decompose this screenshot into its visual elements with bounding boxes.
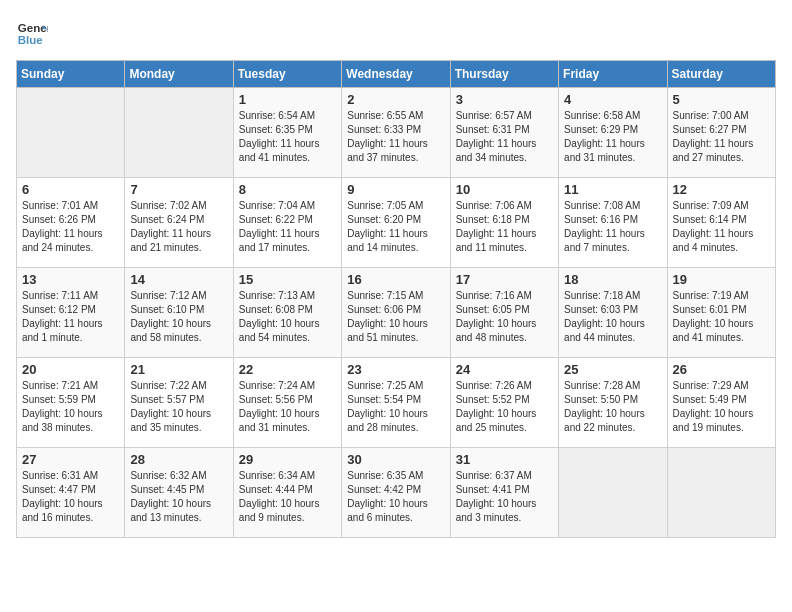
day-info: Sunrise: 7:15 AM Sunset: 6:06 PM Dayligh… [347, 289, 444, 345]
calendar-week-row: 1Sunrise: 6:54 AM Sunset: 6:35 PM Daylig… [17, 88, 776, 178]
day-number: 16 [347, 272, 444, 287]
calendar-cell [17, 88, 125, 178]
day-number: 5 [673, 92, 770, 107]
calendar-cell: 16Sunrise: 7:15 AM Sunset: 6:06 PM Dayli… [342, 268, 450, 358]
day-number: 10 [456, 182, 553, 197]
day-info: Sunrise: 7:21 AM Sunset: 5:59 PM Dayligh… [22, 379, 119, 435]
calendar-cell: 18Sunrise: 7:18 AM Sunset: 6:03 PM Dayli… [559, 268, 667, 358]
calendar-cell [559, 448, 667, 538]
day-number: 28 [130, 452, 227, 467]
day-info: Sunrise: 6:58 AM Sunset: 6:29 PM Dayligh… [564, 109, 661, 165]
day-info: Sunrise: 7:22 AM Sunset: 5:57 PM Dayligh… [130, 379, 227, 435]
day-info: Sunrise: 7:02 AM Sunset: 6:24 PM Dayligh… [130, 199, 227, 255]
calendar-cell: 25Sunrise: 7:28 AM Sunset: 5:50 PM Dayli… [559, 358, 667, 448]
day-number: 18 [564, 272, 661, 287]
day-number: 2 [347, 92, 444, 107]
calendar-cell: 20Sunrise: 7:21 AM Sunset: 5:59 PM Dayli… [17, 358, 125, 448]
day-number: 17 [456, 272, 553, 287]
weekday-header: Tuesday [233, 61, 341, 88]
day-number: 24 [456, 362, 553, 377]
day-info: Sunrise: 7:08 AM Sunset: 6:16 PM Dayligh… [564, 199, 661, 255]
day-info: Sunrise: 7:00 AM Sunset: 6:27 PM Dayligh… [673, 109, 770, 165]
calendar-cell: 22Sunrise: 7:24 AM Sunset: 5:56 PM Dayli… [233, 358, 341, 448]
calendar-cell [667, 448, 775, 538]
calendar-cell: 23Sunrise: 7:25 AM Sunset: 5:54 PM Dayli… [342, 358, 450, 448]
day-info: Sunrise: 7:25 AM Sunset: 5:54 PM Dayligh… [347, 379, 444, 435]
calendar-week-row: 6Sunrise: 7:01 AM Sunset: 6:26 PM Daylig… [17, 178, 776, 268]
calendar-week-row: 27Sunrise: 6:31 AM Sunset: 4:47 PM Dayli… [17, 448, 776, 538]
day-number: 11 [564, 182, 661, 197]
calendar-cell: 9Sunrise: 7:05 AM Sunset: 6:20 PM Daylig… [342, 178, 450, 268]
weekday-header: Saturday [667, 61, 775, 88]
day-info: Sunrise: 7:16 AM Sunset: 6:05 PM Dayligh… [456, 289, 553, 345]
day-info: Sunrise: 6:34 AM Sunset: 4:44 PM Dayligh… [239, 469, 336, 525]
weekday-header: Friday [559, 61, 667, 88]
day-number: 30 [347, 452, 444, 467]
day-info: Sunrise: 7:01 AM Sunset: 6:26 PM Dayligh… [22, 199, 119, 255]
calendar-cell: 15Sunrise: 7:13 AM Sunset: 6:08 PM Dayli… [233, 268, 341, 358]
weekday-header: Thursday [450, 61, 558, 88]
day-info: Sunrise: 6:37 AM Sunset: 4:41 PM Dayligh… [456, 469, 553, 525]
day-number: 12 [673, 182, 770, 197]
day-number: 23 [347, 362, 444, 377]
calendar-cell: 29Sunrise: 6:34 AM Sunset: 4:44 PM Dayli… [233, 448, 341, 538]
logo-icon: General Blue [16, 16, 48, 48]
day-info: Sunrise: 7:09 AM Sunset: 6:14 PM Dayligh… [673, 199, 770, 255]
calendar-cell: 5Sunrise: 7:00 AM Sunset: 6:27 PM Daylig… [667, 88, 775, 178]
day-number: 8 [239, 182, 336, 197]
day-info: Sunrise: 7:19 AM Sunset: 6:01 PM Dayligh… [673, 289, 770, 345]
calendar-cell: 17Sunrise: 7:16 AM Sunset: 6:05 PM Dayli… [450, 268, 558, 358]
calendar-cell: 19Sunrise: 7:19 AM Sunset: 6:01 PM Dayli… [667, 268, 775, 358]
day-info: Sunrise: 7:11 AM Sunset: 6:12 PM Dayligh… [22, 289, 119, 345]
day-number: 26 [673, 362, 770, 377]
day-info: Sunrise: 6:35 AM Sunset: 4:42 PM Dayligh… [347, 469, 444, 525]
day-number: 9 [347, 182, 444, 197]
day-info: Sunrise: 7:24 AM Sunset: 5:56 PM Dayligh… [239, 379, 336, 435]
calendar-cell: 7Sunrise: 7:02 AM Sunset: 6:24 PM Daylig… [125, 178, 233, 268]
calendar-cell: 12Sunrise: 7:09 AM Sunset: 6:14 PM Dayli… [667, 178, 775, 268]
day-number: 1 [239, 92, 336, 107]
calendar-table: SundayMondayTuesdayWednesdayThursdayFrid… [16, 60, 776, 538]
weekday-row: SundayMondayTuesdayWednesdayThursdayFrid… [17, 61, 776, 88]
day-info: Sunrise: 6:57 AM Sunset: 6:31 PM Dayligh… [456, 109, 553, 165]
day-number: 4 [564, 92, 661, 107]
day-info: Sunrise: 7:05 AM Sunset: 6:20 PM Dayligh… [347, 199, 444, 255]
day-number: 21 [130, 362, 227, 377]
logo: General Blue [16, 16, 52, 48]
calendar-cell: 30Sunrise: 6:35 AM Sunset: 4:42 PM Dayli… [342, 448, 450, 538]
calendar-cell: 28Sunrise: 6:32 AM Sunset: 4:45 PM Dayli… [125, 448, 233, 538]
calendar-week-row: 20Sunrise: 7:21 AM Sunset: 5:59 PM Dayli… [17, 358, 776, 448]
day-info: Sunrise: 7:04 AM Sunset: 6:22 PM Dayligh… [239, 199, 336, 255]
day-number: 13 [22, 272, 119, 287]
svg-text:Blue: Blue [18, 34, 44, 46]
calendar-cell: 3Sunrise: 6:57 AM Sunset: 6:31 PM Daylig… [450, 88, 558, 178]
calendar-week-row: 13Sunrise: 7:11 AM Sunset: 6:12 PM Dayli… [17, 268, 776, 358]
calendar-cell: 26Sunrise: 7:29 AM Sunset: 5:49 PM Dayli… [667, 358, 775, 448]
day-info: Sunrise: 7:29 AM Sunset: 5:49 PM Dayligh… [673, 379, 770, 435]
day-number: 14 [130, 272, 227, 287]
day-number: 15 [239, 272, 336, 287]
weekday-header: Sunday [17, 61, 125, 88]
calendar-cell: 21Sunrise: 7:22 AM Sunset: 5:57 PM Dayli… [125, 358, 233, 448]
day-info: Sunrise: 7:28 AM Sunset: 5:50 PM Dayligh… [564, 379, 661, 435]
day-number: 29 [239, 452, 336, 467]
day-info: Sunrise: 7:12 AM Sunset: 6:10 PM Dayligh… [130, 289, 227, 345]
day-info: Sunrise: 7:06 AM Sunset: 6:18 PM Dayligh… [456, 199, 553, 255]
calendar-cell: 24Sunrise: 7:26 AM Sunset: 5:52 PM Dayli… [450, 358, 558, 448]
calendar-cell: 31Sunrise: 6:37 AM Sunset: 4:41 PM Dayli… [450, 448, 558, 538]
calendar-cell: 10Sunrise: 7:06 AM Sunset: 6:18 PM Dayli… [450, 178, 558, 268]
calendar-cell: 27Sunrise: 6:31 AM Sunset: 4:47 PM Dayli… [17, 448, 125, 538]
day-info: Sunrise: 6:31 AM Sunset: 4:47 PM Dayligh… [22, 469, 119, 525]
day-number: 20 [22, 362, 119, 377]
day-info: Sunrise: 7:26 AM Sunset: 5:52 PM Dayligh… [456, 379, 553, 435]
calendar-cell: 1Sunrise: 6:54 AM Sunset: 6:35 PM Daylig… [233, 88, 341, 178]
weekday-header: Wednesday [342, 61, 450, 88]
calendar-cell: 8Sunrise: 7:04 AM Sunset: 6:22 PM Daylig… [233, 178, 341, 268]
calendar-cell: 4Sunrise: 6:58 AM Sunset: 6:29 PM Daylig… [559, 88, 667, 178]
calendar-cell: 2Sunrise: 6:55 AM Sunset: 6:33 PM Daylig… [342, 88, 450, 178]
day-info: Sunrise: 6:32 AM Sunset: 4:45 PM Dayligh… [130, 469, 227, 525]
page-header: General Blue [16, 16, 776, 48]
day-info: Sunrise: 7:18 AM Sunset: 6:03 PM Dayligh… [564, 289, 661, 345]
weekday-header: Monday [125, 61, 233, 88]
day-number: 27 [22, 452, 119, 467]
